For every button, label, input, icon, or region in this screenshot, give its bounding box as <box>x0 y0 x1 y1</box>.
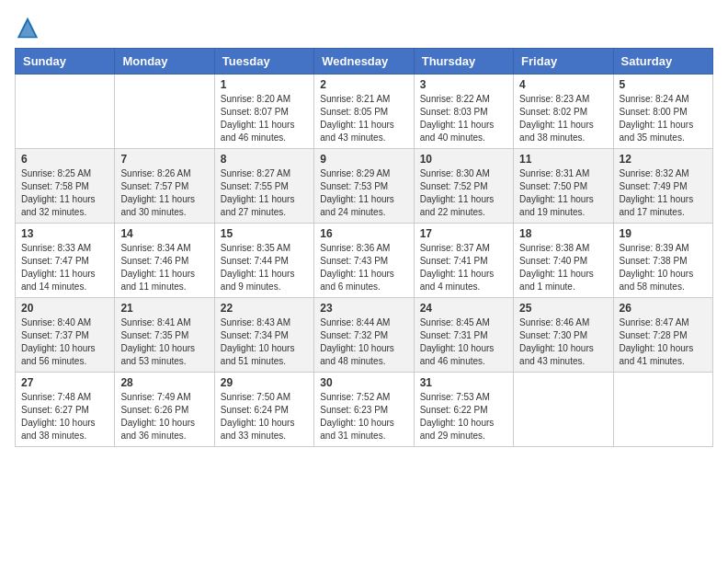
day-number: 11 <box>519 153 607 166</box>
calendar-cell: 13Sunrise: 8:33 AM Sunset: 7:47 PM Dayli… <box>16 224 115 298</box>
page-header <box>15 15 713 40</box>
calendar-week-row: 13Sunrise: 8:33 AM Sunset: 7:47 PM Dayli… <box>16 224 713 298</box>
calendar-cell <box>115 75 214 149</box>
calendar-cell: 22Sunrise: 8:43 AM Sunset: 7:34 PM Dayli… <box>214 298 313 373</box>
calendar-cell: 12Sunrise: 8:32 AM Sunset: 7:49 PM Dayli… <box>613 149 712 224</box>
day-number: 29 <box>221 376 308 389</box>
day-info: Sunrise: 8:26 AM Sunset: 7:57 PM Dayligh… <box>120 167 208 219</box>
calendar-cell: 27Sunrise: 7:48 AM Sunset: 6:27 PM Dayli… <box>16 373 115 447</box>
day-number: 12 <box>620 153 707 166</box>
day-info: Sunrise: 8:39 AM Sunset: 7:38 PM Dayligh… <box>620 242 707 293</box>
calendar-cell: 1Sunrise: 8:20 AM Sunset: 8:07 PM Daylig… <box>214 75 313 149</box>
day-number: 7 <box>120 153 208 166</box>
day-info: Sunrise: 7:50 AM Sunset: 6:24 PM Dayligh… <box>221 391 308 442</box>
day-info: Sunrise: 8:41 AM Sunset: 7:35 PM Dayligh… <box>120 316 208 368</box>
day-number: 20 <box>21 302 108 315</box>
calendar-cell <box>613 373 712 447</box>
calendar-cell: 10Sunrise: 8:30 AM Sunset: 7:52 PM Dayli… <box>414 149 513 224</box>
day-info: Sunrise: 8:38 AM Sunset: 7:40 PM Dayligh… <box>519 242 607 293</box>
day-number: 16 <box>320 227 407 240</box>
calendar-cell: 24Sunrise: 8:45 AM Sunset: 7:31 PM Dayli… <box>414 298 513 373</box>
logo <box>15 15 44 40</box>
day-number: 25 <box>519 302 607 315</box>
calendar-cell: 29Sunrise: 7:50 AM Sunset: 6:24 PM Dayli… <box>214 373 313 447</box>
calendar-cell: 4Sunrise: 8:23 AM Sunset: 8:02 PM Daylig… <box>514 75 613 149</box>
weekday-header-saturday: Saturday <box>613 49 712 75</box>
day-number: 17 <box>420 227 507 240</box>
calendar-cell: 15Sunrise: 8:35 AM Sunset: 7:44 PM Dayli… <box>214 224 313 298</box>
calendar-cell <box>16 75 115 149</box>
calendar-cell: 3Sunrise: 8:22 AM Sunset: 8:03 PM Daylig… <box>414 75 513 149</box>
day-number: 8 <box>221 153 308 166</box>
calendar-cell: 5Sunrise: 8:24 AM Sunset: 8:00 PM Daylig… <box>613 75 712 149</box>
calendar-cell: 23Sunrise: 8:44 AM Sunset: 7:32 PM Dayli… <box>314 298 414 373</box>
day-info: Sunrise: 8:31 AM Sunset: 7:50 PM Dayligh… <box>519 167 607 219</box>
weekday-header-monday: Monday <box>115 49 214 75</box>
calendar-week-row: 20Sunrise: 8:40 AM Sunset: 7:37 PM Dayli… <box>16 298 713 373</box>
day-info: Sunrise: 8:24 AM Sunset: 8:00 PM Dayligh… <box>620 93 707 144</box>
day-info: Sunrise: 8:43 AM Sunset: 7:34 PM Dayligh… <box>221 316 308 368</box>
calendar-cell: 16Sunrise: 8:36 AM Sunset: 7:43 PM Dayli… <box>314 224 414 298</box>
day-number: 4 <box>519 78 607 91</box>
calendar-cell: 7Sunrise: 8:26 AM Sunset: 7:57 PM Daylig… <box>115 149 214 224</box>
calendar-cell: 9Sunrise: 8:29 AM Sunset: 7:53 PM Daylig… <box>314 149 414 224</box>
calendar-cell: 11Sunrise: 8:31 AM Sunset: 7:50 PM Dayli… <box>514 149 613 224</box>
day-number: 2 <box>320 78 407 91</box>
calendar-week-row: 1Sunrise: 8:20 AM Sunset: 8:07 PM Daylig… <box>16 75 713 149</box>
day-number: 23 <box>320 302 407 315</box>
day-number: 28 <box>120 376 208 389</box>
day-info: Sunrise: 8:29 AM Sunset: 7:53 PM Dayligh… <box>320 167 407 219</box>
calendar-cell: 17Sunrise: 8:37 AM Sunset: 7:41 PM Dayli… <box>414 224 513 298</box>
calendar-cell: 14Sunrise: 8:34 AM Sunset: 7:46 PM Dayli… <box>115 224 214 298</box>
weekday-header-friday: Friday <box>514 49 613 75</box>
logo-icon <box>15 15 40 40</box>
day-info: Sunrise: 8:22 AM Sunset: 8:03 PM Dayligh… <box>420 93 507 144</box>
day-number: 6 <box>21 153 108 166</box>
day-info: Sunrise: 8:32 AM Sunset: 7:49 PM Dayligh… <box>620 167 707 219</box>
calendar-cell: 21Sunrise: 8:41 AM Sunset: 7:35 PM Dayli… <box>115 298 214 373</box>
weekday-header-sunday: Sunday <box>16 49 115 75</box>
calendar-week-row: 27Sunrise: 7:48 AM Sunset: 6:27 PM Dayli… <box>16 373 713 447</box>
day-info: Sunrise: 8:46 AM Sunset: 7:30 PM Dayligh… <box>519 316 607 368</box>
calendar-cell: 28Sunrise: 7:49 AM Sunset: 6:26 PM Dayli… <box>115 373 214 447</box>
day-number: 1 <box>221 78 308 91</box>
day-info: Sunrise: 7:52 AM Sunset: 6:23 PM Dayligh… <box>320 391 407 442</box>
calendar-cell: 30Sunrise: 7:52 AM Sunset: 6:23 PM Dayli… <box>314 373 414 447</box>
calendar-cell: 2Sunrise: 8:21 AM Sunset: 8:05 PM Daylig… <box>314 75 414 149</box>
weekday-header-tuesday: Tuesday <box>214 49 313 75</box>
day-number: 21 <box>120 302 208 315</box>
day-number: 14 <box>120 227 208 240</box>
calendar-cell: 26Sunrise: 8:47 AM Sunset: 7:28 PM Dayli… <box>613 298 712 373</box>
day-number: 13 <box>21 227 108 240</box>
calendar-cell: 8Sunrise: 8:27 AM Sunset: 7:55 PM Daylig… <box>214 149 313 224</box>
day-info: Sunrise: 8:30 AM Sunset: 7:52 PM Dayligh… <box>420 167 507 219</box>
day-info: Sunrise: 8:21 AM Sunset: 8:05 PM Dayligh… <box>320 93 407 144</box>
day-info: Sunrise: 8:27 AM Sunset: 7:55 PM Dayligh… <box>221 167 308 219</box>
day-number: 10 <box>420 153 507 166</box>
day-info: Sunrise: 8:33 AM Sunset: 7:47 PM Dayligh… <box>21 242 108 293</box>
day-number: 15 <box>221 227 308 240</box>
day-number: 3 <box>420 78 507 91</box>
day-info: Sunrise: 7:53 AM Sunset: 6:22 PM Dayligh… <box>420 391 507 442</box>
day-info: Sunrise: 8:44 AM Sunset: 7:32 PM Dayligh… <box>320 316 407 368</box>
day-info: Sunrise: 8:35 AM Sunset: 7:44 PM Dayligh… <box>221 242 308 293</box>
day-info: Sunrise: 7:49 AM Sunset: 6:26 PM Dayligh… <box>120 391 208 442</box>
day-number: 26 <box>620 302 707 315</box>
calendar-week-row: 6Sunrise: 8:25 AM Sunset: 7:58 PM Daylig… <box>16 149 713 224</box>
calendar-cell: 6Sunrise: 8:25 AM Sunset: 7:58 PM Daylig… <box>16 149 115 224</box>
calendar-table: SundayMondayTuesdayWednesdayThursdayFrid… <box>15 48 713 447</box>
day-info: Sunrise: 7:48 AM Sunset: 6:27 PM Dayligh… <box>21 391 108 442</box>
calendar-cell: 31Sunrise: 7:53 AM Sunset: 6:22 PM Dayli… <box>414 373 513 447</box>
day-info: Sunrise: 8:36 AM Sunset: 7:43 PM Dayligh… <box>320 242 407 293</box>
day-info: Sunrise: 8:47 AM Sunset: 7:28 PM Dayligh… <box>620 316 707 368</box>
day-number: 24 <box>420 302 507 315</box>
day-info: Sunrise: 8:40 AM Sunset: 7:37 PM Dayligh… <box>21 316 108 368</box>
day-number: 27 <box>21 376 108 389</box>
calendar-header-row: SundayMondayTuesdayWednesdayThursdayFrid… <box>16 49 713 75</box>
day-info: Sunrise: 8:23 AM Sunset: 8:02 PM Dayligh… <box>519 93 607 144</box>
day-number: 31 <box>420 376 507 389</box>
day-number: 5 <box>620 78 707 91</box>
calendar-cell <box>514 373 613 447</box>
day-number: 19 <box>620 227 707 240</box>
calendar-cell: 25Sunrise: 8:46 AM Sunset: 7:30 PM Dayli… <box>514 298 613 373</box>
